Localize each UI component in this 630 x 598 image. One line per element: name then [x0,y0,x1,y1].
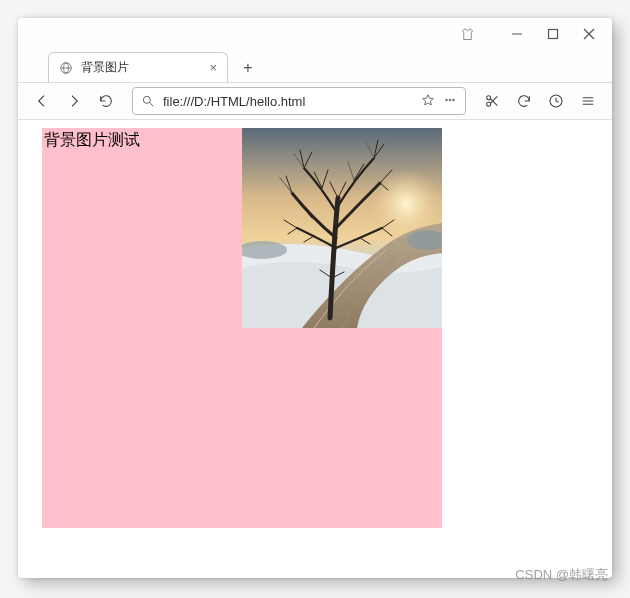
back-button[interactable] [28,87,56,115]
url-text: file:///D:/HTML/hello.html [163,94,413,109]
background-image [242,128,442,328]
history-icon[interactable] [542,87,570,115]
globe-icon [59,61,73,75]
toolbar: file:///D:/HTML/hello.html [18,82,612,120]
undo-icon[interactable] [510,87,538,115]
svg-rect-1 [549,30,558,39]
page-content: 背景图片测试 [18,120,612,578]
tab-title: 背景图片 [81,59,129,76]
maximize-button[interactable] [536,20,570,48]
demo-box: 背景图片测试 [42,128,442,528]
demo-heading: 背景图片测试 [42,128,442,153]
svg-point-12 [453,99,455,101]
menu-icon[interactable] [574,87,602,115]
search-icon [141,94,155,108]
window-titlebar [18,18,612,50]
tab-strip: 背景图片 × + [18,50,612,82]
svg-line-8 [150,103,154,107]
svg-point-7 [143,96,150,103]
bookmark-icon[interactable] [421,93,435,110]
svg-marker-9 [423,94,434,104]
site-menu-icon[interactable] [443,93,457,110]
scissors-icon[interactable] [478,87,506,115]
svg-point-11 [449,99,451,101]
reload-button[interactable] [92,87,120,115]
new-tab-button[interactable]: + [234,54,262,82]
tab-close-icon[interactable]: × [209,60,217,75]
browser-window: 背景图片 × + file:///D:/HTML/hello.html [18,18,612,578]
svg-point-10 [446,99,448,101]
address-bar[interactable]: file:///D:/HTML/hello.html [132,87,466,115]
minimize-button[interactable] [500,20,534,48]
browser-tab[interactable]: 背景图片 × [48,52,228,82]
forward-button[interactable] [60,87,88,115]
close-button[interactable] [572,20,606,48]
extensions-icon[interactable] [450,20,484,48]
